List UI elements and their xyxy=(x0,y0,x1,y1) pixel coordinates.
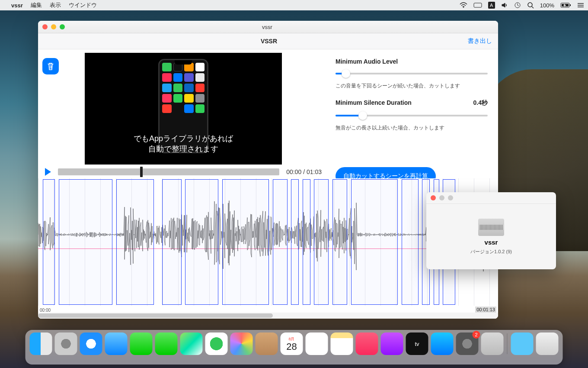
battery-icon[interactable] xyxy=(560,2,572,8)
svg-rect-6 xyxy=(570,4,571,6)
battery-percent: 100% xyxy=(540,2,554,9)
menu-view[interactable]: 表示 xyxy=(50,1,61,9)
dock-launchpad[interactable] xyxy=(55,332,77,355)
dock-appstore[interactable] xyxy=(431,332,454,355)
selection-region[interactable] xyxy=(116,179,154,305)
about-minimize-button xyxy=(439,195,444,200)
toolbar: VSSR 書き出し xyxy=(38,33,498,49)
about-app-name: vssr xyxy=(485,239,498,246)
dock-trash[interactable] xyxy=(536,332,559,355)
close-button[interactable] xyxy=(42,24,48,29)
dock-maps[interactable] xyxy=(180,332,203,355)
timeline-start: 00:00 xyxy=(40,308,51,313)
seek-bar[interactable] xyxy=(58,168,279,175)
menu-extras-icon[interactable] xyxy=(578,2,585,8)
clock-icon[interactable] xyxy=(514,2,521,9)
seek-thumb[interactable] xyxy=(140,167,143,177)
dock-photos[interactable] xyxy=(230,332,253,355)
selection-region[interactable] xyxy=(351,179,398,305)
dock-safari[interactable] xyxy=(80,332,102,355)
min-silence-value: 0.4秒 xyxy=(473,99,488,107)
selection-region[interactable] xyxy=(402,179,419,305)
about-title-bar[interactable] xyxy=(426,192,556,204)
dock-findmy[interactable] xyxy=(205,332,228,355)
volume-icon[interactable] xyxy=(501,2,508,8)
svg-point-12 xyxy=(578,5,578,6)
menu-edit[interactable]: 編集 xyxy=(31,1,42,9)
about-version: バージョン1.0.2 (9) xyxy=(470,249,512,255)
settings-panel: Minimum Audio Level この音量を下回るシーンが続いた場合、カッ… xyxy=(329,49,498,178)
dock-podcasts[interactable] xyxy=(381,332,403,355)
dock-notes[interactable] xyxy=(331,332,353,355)
dock-messages[interactable] xyxy=(155,332,178,355)
dock-facetime[interactable] xyxy=(130,332,153,355)
svg-rect-1 xyxy=(474,3,482,7)
app-icon xyxy=(478,219,504,236)
selection-region[interactable] xyxy=(314,179,329,305)
export-button[interactable]: 書き出し xyxy=(468,37,492,45)
dock-music[interactable] xyxy=(356,332,378,355)
spotlight-icon[interactable] xyxy=(527,2,534,9)
zoom-button[interactable] xyxy=(60,24,65,29)
min-silence-label: Minimum Silence Duration xyxy=(336,99,412,107)
about-zoom-button xyxy=(448,195,453,200)
time-display: 00:00 / 01:03 xyxy=(286,168,322,175)
about-window: vssr バージョン1.0.2 (9) xyxy=(426,192,556,269)
delete-button[interactable] xyxy=(42,58,59,74)
svg-point-13 xyxy=(578,6,578,7)
svg-point-3 xyxy=(528,3,532,7)
selection-region[interactable] xyxy=(185,179,218,305)
min-audio-slider[interactable] xyxy=(336,69,488,78)
title-bar[interactable]: vssr xyxy=(38,21,498,33)
dock-tv[interactable]: tv xyxy=(406,332,428,355)
window-title: vssr xyxy=(68,24,466,30)
min-silence-slider[interactable] xyxy=(336,111,488,120)
menu-bar: vssr 編集 表示 ウインドウ A 100% xyxy=(0,0,588,10)
dock-separator xyxy=(507,333,508,354)
selection-region[interactable] xyxy=(303,179,310,305)
video-preview[interactable]: でもAppライブラリがあれば 自動で整理されます xyxy=(85,53,282,165)
video-caption: でもAppライブラリがあれば 自動で整理されます xyxy=(134,134,233,154)
svg-point-11 xyxy=(578,3,578,4)
toolbar-title: VSSR xyxy=(70,38,468,45)
selection-region[interactable] xyxy=(222,179,269,305)
timeline-end: 00:01:13 xyxy=(475,307,496,313)
dock: 8月28 tv 2 xyxy=(26,330,563,365)
wifi-icon[interactable] xyxy=(460,2,467,8)
selection-region[interactable] xyxy=(59,179,112,305)
dock-calendar[interactable]: 8月28 xyxy=(281,332,303,355)
about-close-button[interactable] xyxy=(431,195,436,200)
play-button[interactable] xyxy=(45,168,51,176)
svg-point-0 xyxy=(463,7,464,8)
menu-window[interactable]: ウインドウ xyxy=(69,1,97,9)
dock-vssr[interactable] xyxy=(481,332,504,355)
main-window: vssr VSSR 書き出し xyxy=(38,21,498,319)
control-center-icon[interactable] xyxy=(473,3,482,8)
dock-contacts[interactable] xyxy=(256,332,278,355)
minimize-button[interactable] xyxy=(51,24,56,29)
selection-region[interactable] xyxy=(273,179,288,305)
selection-region[interactable] xyxy=(332,179,347,305)
input-source-icon[interactable]: A xyxy=(488,2,495,9)
horizontal-scrollbar[interactable] xyxy=(38,313,498,319)
settings-badge: 2 xyxy=(473,331,480,339)
svg-line-4 xyxy=(532,6,534,8)
dock-finder[interactable] xyxy=(30,332,52,355)
min-audio-label: Minimum Audio Level xyxy=(336,58,488,65)
dock-downloads[interactable] xyxy=(511,332,534,355)
selection-region[interactable] xyxy=(291,179,299,305)
min-audio-help: この音量を下回るシーンが続いた場合、カットします xyxy=(336,82,488,90)
dock-settings[interactable]: 2 xyxy=(456,332,479,355)
dock-reminders[interactable] xyxy=(306,332,328,355)
selection-region[interactable] xyxy=(43,179,55,305)
selection-region[interactable] xyxy=(162,179,182,305)
min-silence-help: 無音がこの長さ以上続いた場合、カットします xyxy=(336,124,488,132)
dock-mail[interactable] xyxy=(105,332,128,355)
app-menu[interactable]: vssr xyxy=(11,2,23,9)
trash-icon xyxy=(47,62,54,71)
